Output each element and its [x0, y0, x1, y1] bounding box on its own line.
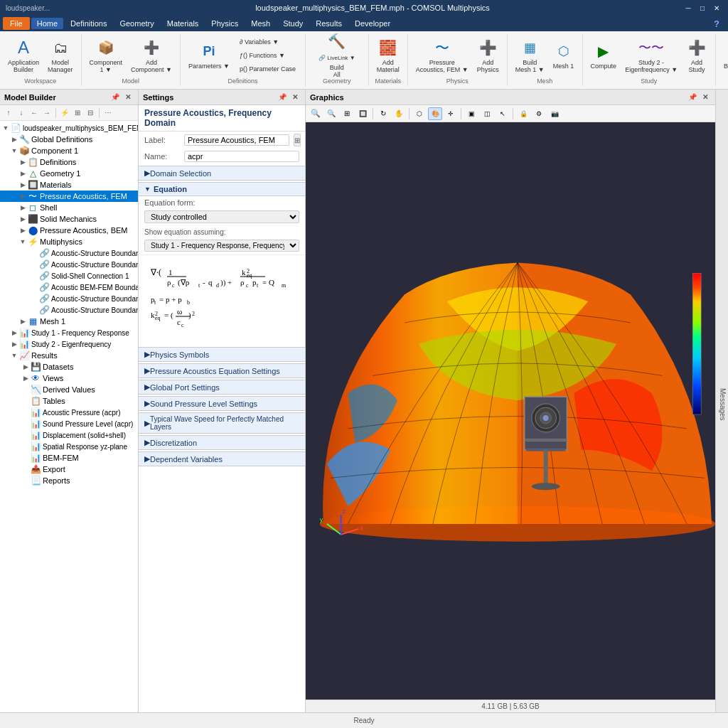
wireframe-btn[interactable]: ⬡: [412, 107, 427, 120]
tree-item-multiphysics[interactable]: ▼ ⚡ Multiphysics: [0, 236, 138, 247]
tree-item-study2[interactable]: ▶ 📊 Study 2 - Eigenfrequency: [0, 338, 138, 350]
split-btn[interactable]: ⚡: [59, 107, 70, 119]
tree-item-asb3[interactable]: 🔗 Acoustic-Structure Boundary 3: [0, 293, 138, 304]
component1-btn[interactable]: 📦 Component1 ▼: [86, 35, 127, 76]
tree-item-acoustic-pressure[interactable]: 📊 Acoustic Pressure (acpr): [0, 407, 138, 418]
tree-item-mesh1[interactable]: ▶ ▦ Mesh 1: [0, 316, 138, 327]
global-port-section[interactable]: ▶ Global Port Settings: [139, 380, 305, 395]
tree-item-displacement[interactable]: 📊 Displacement (solid+shell): [0, 429, 138, 441]
lock-btn[interactable]: 🔒: [516, 107, 530, 120]
build-all-btn[interactable]: 🔨 🔗 LiveLink ▼ BuildAll: [310, 35, 364, 76]
nav-left-btn[interactable]: ←: [28, 107, 40, 119]
nav-down-btn[interactable]: ↓: [16, 107, 27, 119]
discretization-section[interactable]: ▶ Discretization: [139, 435, 305, 450]
parameters-btn[interactable]: Pi Parameters ▼: [185, 35, 233, 76]
menu-mesh[interactable]: Mesh: [245, 18, 276, 29]
color-btn[interactable]: 🎨: [428, 107, 442, 120]
tree-item-study1[interactable]: ▶ 📊 Study 1 - Frequency Response: [0, 327, 138, 338]
panel-pin-btn[interactable]: 📌: [109, 92, 121, 103]
tree-item-pa-fem[interactable]: ▶ 〜 Pressure Acoustics, FEM: [0, 191, 138, 202]
parameter-case-btn[interactable]: p() Parameter Case: [235, 63, 301, 75]
label-info-btn[interactable]: ⊞: [294, 134, 301, 146]
name-input[interactable]: [184, 151, 299, 162]
application-builder-btn[interactable]: A ApplicationBuilder: [4, 35, 43, 76]
tree-item-definitions[interactable]: ▶ 📋 Definitions: [0, 156, 138, 168]
equation-section-header[interactable]: ▼ Equation: [139, 182, 305, 196]
zoom-extents-btn[interactable]: ⊞: [340, 107, 354, 120]
show-equation-select[interactable]: Study 1 - Frequency Response, Frequency …: [144, 240, 299, 252]
variables-btn[interactable]: ∂ Variables ▼: [235, 36, 301, 48]
tree-item-geometry1[interactable]: ▶ △ Geometry 1: [0, 168, 138, 179]
menu-materials[interactable]: Materials: [161, 18, 205, 29]
tree-item-ssc1[interactable]: 🔗 Solid-Shell Connection 1: [0, 270, 138, 282]
tree-item-component1[interactable]: ▼ 📦 Component 1: [0, 145, 138, 156]
tree-item-datasets[interactable]: ▶ 💾 Datasets: [0, 361, 138, 373]
menu-results[interactable]: Results: [310, 18, 348, 29]
dependent-variables-section[interactable]: ▶ Dependent Variables: [139, 451, 305, 466]
build-mesh-btn[interactable]: ▦ BuildMesh 1 ▼: [512, 35, 548, 76]
tree-item-bem-fem[interactable]: 📊 BEM-FEM: [0, 452, 138, 464]
graphics-viewport[interactable]: x y z: [306, 122, 715, 700]
menu-developer[interactable]: Developer: [349, 18, 396, 29]
sound-pressure-level-section[interactable]: ▶ Sound Pressure Level Settings: [139, 396, 305, 411]
physics-symbols-section[interactable]: ▶ Physics Symbols: [139, 347, 305, 362]
compute-btn[interactable]: ▶ Compute: [587, 35, 621, 76]
menu-file[interactable]: File: [3, 17, 30, 30]
domain-selection-section[interactable]: ▶ Domain Selection: [139, 166, 305, 181]
nav-right-btn[interactable]: →: [41, 107, 53, 119]
settings-close-btn[interactable]: ✕: [289, 92, 301, 103]
livelink-btn[interactable]: 🔗 LiveLink ▼: [314, 51, 360, 64]
tree-item-global-defs[interactable]: ▶ 🔧 Global Definitions: [0, 134, 138, 145]
zoom-out-btn[interactable]: 🔍: [324, 107, 338, 120]
pressure-acoustics-fem-btn[interactable]: 〜 PressureAcoustics, FEM ▼: [412, 35, 472, 76]
rotate-btn[interactable]: ↻: [376, 107, 390, 120]
zoom-select-btn[interactable]: 🔲: [355, 107, 370, 120]
tree-item-materials[interactable]: ▶ 🔲 Materials: [0, 179, 138, 191]
zoom-in-btn[interactable]: 🔍: [309, 107, 323, 120]
study2-eigenfreq-btn[interactable]: 〜〜 Study 2 -Eigenfrequency ▼: [621, 35, 681, 76]
menu-home[interactable]: Home: [31, 18, 63, 29]
messages-tab[interactable]: Messages: [717, 385, 728, 424]
typical-wave-section[interactable]: ▶ Typical Wave Speed for Perfectly Match…: [139, 412, 305, 434]
expand-btn[interactable]: ⊞: [72, 107, 83, 119]
tree-item-derived-values[interactable]: 📉 Derived Values: [0, 384, 138, 395]
label-input[interactable]: [184, 134, 289, 146]
mesh1-btn[interactable]: ⬡ Mesh 1: [550, 35, 578, 76]
more-btn[interactable]: ⋯: [102, 107, 114, 119]
tree-item-asb2[interactable]: 🔗 Acoustic-Structure Boundary 2: [0, 259, 138, 270]
menu-definitions[interactable]: Definitions: [65, 18, 112, 29]
collapse-btn[interactable]: ⊟: [85, 107, 96, 119]
render-btn[interactable]: ▣: [464, 107, 478, 120]
add-physics-btn[interactable]: ➕ AddPhysics: [473, 35, 503, 76]
minimize-btn[interactable]: ─: [682, 3, 694, 13]
tree-item-spatial-response[interactable]: 📊 Spatial Response yz-plane: [0, 441, 138, 452]
panel-close-btn[interactable]: ✕: [122, 92, 134, 103]
bem-fem-btn[interactable]: 📊 BEM-FEM: [720, 35, 728, 76]
add-study-btn[interactable]: ➕ AddStudy: [682, 35, 711, 76]
nav-up-btn[interactable]: ↑: [3, 107, 14, 119]
tree-item-views[interactable]: ▶ 👁 Views: [0, 373, 138, 384]
graphics-pin-btn[interactable]: 📌: [687, 92, 698, 103]
menu-geometry[interactable]: Geometry: [114, 18, 159, 29]
transparency-btn[interactable]: ◫: [480, 107, 494, 120]
equation-form-select[interactable]: Study controlled: [144, 210, 299, 223]
tree-item-solid-mech[interactable]: ▶ ⬛ Solid Mechanics: [0, 213, 138, 225]
tree-item-root[interactable]: ▼ 📄 loudspeaker_multiphysics_BEM_FEM.mph: [0, 122, 138, 134]
model-manager-btn[interactable]: 🗂 ModelManager: [44, 35, 77, 76]
tree-item-tables[interactable]: 📋 Tables: [0, 395, 138, 407]
tree-item-asb4[interactable]: 🔗 Acoustic-Structure Boundary 4: [0, 304, 138, 316]
tree-item-shell[interactable]: ▶ ◻ Shell: [0, 202, 138, 213]
selection-btn[interactable]: ↖: [496, 107, 510, 120]
tree-item-results[interactable]: ▼ 📈 Results: [0, 350, 138, 361]
add-material-btn[interactable]: 🧱 AddMaterial: [373, 35, 403, 76]
add-component-btn[interactable]: ➕ AddComponent ▼: [127, 35, 176, 76]
tree-item-export[interactable]: 📤 Export: [0, 464, 138, 475]
menu-physics[interactable]: Physics: [205, 18, 244, 29]
settings-btn[interactable]: ⚙: [532, 107, 546, 120]
menu-help[interactable]: ?: [708, 17, 725, 31]
functions-btn[interactable]: ƒ() Functions ▼: [235, 49, 301, 62]
tree-item-pa-bem[interactable]: ▶ ⬤ Pressure Acoustics, BEM: [0, 225, 138, 236]
tree-item-asb1[interactable]: 🔗 Acoustic-Structure Boundary 1: [0, 247, 138, 259]
pan-btn[interactable]: ✋: [392, 107, 406, 120]
camera-btn[interactable]: 📷: [547, 107, 562, 120]
